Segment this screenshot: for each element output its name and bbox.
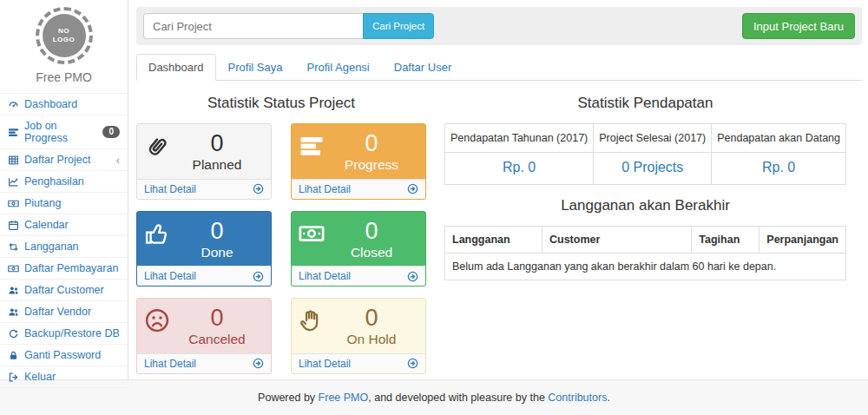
tab-profil-saya[interactable]: Profil Saya [216, 54, 295, 81]
lock-icon [8, 350, 19, 361]
lihat-detail-label[interactable]: Lihat Detail [144, 270, 196, 282]
arrow-circle-right-icon [253, 358, 264, 369]
closed-count: 0 [325, 218, 418, 245]
sidebar-item-label: Dashboard [24, 98, 77, 110]
paperclip-icon [144, 133, 170, 159]
sidebar-item-keluar[interactable]: Keluar [0, 366, 128, 388]
new-project-button[interactable]: Input Project Baru [742, 13, 855, 39]
page-footer: Powered by Free PMO, and developed with … [0, 379, 868, 415]
sidebar-item-daftar-vendor[interactable]: Daftar Vendor [0, 301, 128, 323]
sidebar-item-label: Langganan [24, 240, 79, 253]
canceled-label: Canceled [170, 332, 264, 348]
agency-logo: NO LOGO [36, 7, 93, 64]
app-name: Free PMO [0, 68, 128, 93]
search-button[interactable]: Cari Project [363, 13, 434, 39]
canceled-count: 0 [170, 305, 264, 332]
money-icon [299, 221, 325, 247]
status-section-title: Statistik Status Project [136, 95, 426, 112]
sidebar-item-penghasilan[interactable]: Penghasilan [0, 171, 128, 193]
sidebar-item-daftar-project[interactable]: Daftar Project ‹ [0, 149, 128, 171]
sidebar-item-label: Penghasilan [24, 175, 84, 188]
money-icon [8, 198, 19, 209]
search-input[interactable] [143, 13, 364, 39]
status-card-on-hold: 0 On Hold Lihat Detail [291, 298, 426, 374]
users-icon [8, 306, 19, 318]
line-chart-icon [8, 176, 19, 188]
income-col-header: Pendapatan akan Datang [712, 124, 846, 153]
contributors-link[interactable]: Contributors [548, 392, 607, 404]
sidebar-item-daftar-pembayaran[interactable]: Daftar Pembayaran [0, 258, 128, 280]
table-icon [8, 155, 19, 166]
tab-dashboard[interactable]: Dashboard [136, 54, 216, 81]
projects-done-value[interactable]: 0 Projects [621, 160, 683, 175]
arrow-circle-right-icon [407, 271, 418, 282]
progress-label: Progress [325, 157, 418, 174]
subscription-col-header: Langganan [445, 227, 542, 254]
tasks-icon [8, 127, 19, 138]
app-window: NO LOGO Free PMO Dashboard Job on Progre… [0, 0, 868, 379]
sidebar: NO LOGO Free PMO Dashboard Job on Progre… [0, 0, 128, 379]
on-hold-count: 0 [325, 305, 418, 332]
tab-profil-agensi[interactable]: Profil Agensi [294, 54, 381, 81]
users-icon [8, 285, 19, 296]
no-logo-badge: NO LOGO [43, 14, 86, 57]
sidebar-item-dashboard[interactable]: Dashboard [0, 94, 128, 115]
sidebar-item-daftar-customer[interactable]: Daftar Customer [0, 280, 128, 301]
lihat-detail-label[interactable]: Lihat Detail [299, 183, 351, 195]
closed-detail-link[interactable]: Lihat Detail [292, 266, 425, 286]
planned-label: Planned [170, 157, 264, 174]
subscription-col-header: Customer [542, 227, 692, 254]
subscription-col-header: Perpanjangan [760, 227, 846, 254]
sidebar-item-label: Piutang [24, 197, 61, 209]
dashboard-icon [8, 99, 19, 110]
done-count: 0 [170, 218, 264, 245]
sidebar-item-langganan[interactable]: Langganan [0, 236, 128, 258]
subscription-table: Langganan Customer Tagihan Perpanjangan … [444, 226, 846, 280]
arrow-circle-right-icon [407, 183, 418, 194]
calendar-icon [8, 220, 19, 231]
lihat-detail-label[interactable]: Lihat Detail [299, 270, 351, 282]
lihat-detail-label[interactable]: Lihat Detail [299, 358, 351, 370]
income-stats-table: Pendapatan Tahunan (2017) Project Selesa… [444, 123, 846, 185]
sidebar-item-label: Backup/Restore DB [24, 327, 120, 339]
on-hold-label: On Hold [325, 332, 418, 348]
arrow-circle-right-icon [253, 183, 264, 194]
sign-out-icon [8, 372, 19, 383]
tab-daftar-user[interactable]: Daftar User [382, 54, 464, 81]
sidebar-item-piutang[interactable]: Piutang [0, 193, 128, 214]
planned-detail-link[interactable]: Lihat Detail [137, 179, 271, 199]
income-col-header: Project Selesai (2017) [594, 124, 712, 153]
sidebar-item-label: Daftar Customer [24, 284, 104, 296]
income-section: Statistik Pendapatan Pendapatan Tahunan … [444, 82, 862, 374]
main-content: Cari Project Input Project Baru Dashboar… [128, 0, 868, 379]
progress-detail-link[interactable]: Lihat Detail [292, 179, 425, 199]
sidebar-item-ganti-password[interactable]: Ganti Password [0, 345, 128, 366]
done-label: Done [170, 245, 264, 261]
chevron-left-icon: ‹ [116, 155, 120, 166]
sidebar-item-calendar[interactable]: Calendar [0, 214, 128, 236]
sidebar-item-label: Ganti Password [24, 349, 101, 361]
income-col-header: Pendapatan Tahunan (2017) [445, 124, 594, 153]
footer-text: , and developed with pleasure by the [368, 392, 548, 404]
sidebar-item-label: Daftar Project [24, 154, 90, 166]
lihat-detail-label[interactable]: Lihat Detail [144, 183, 196, 195]
status-section: Statistik Status Project 0 Planned Lihat… [136, 82, 426, 374]
lihat-detail-label[interactable]: Lihat Detail [144, 358, 196, 370]
subscription-col-header: Tagihan [692, 227, 760, 254]
progress-count: 0 [325, 130, 418, 157]
done-detail-link[interactable]: Lihat Detail [137, 266, 271, 286]
footer-text: Powered by [258, 392, 318, 404]
canceled-detail-link[interactable]: Lihat Detail [137, 353, 271, 373]
closed-label: Closed [325, 245, 418, 261]
sidebar-menu: Dashboard Job on Progress 0 Daftar Proje… [0, 93, 128, 388]
status-card-closed: 0 Closed Lihat Detail [291, 211, 426, 287]
sidebar-item-backup-restore-db[interactable]: Backup/Restore DB [0, 323, 128, 345]
upcoming-income-value[interactable]: Rp. 0 [762, 160, 795, 175]
free-pmo-link[interactable]: Free PMO [319, 392, 369, 404]
tasks-icon [299, 133, 325, 159]
retweet-icon [8, 241, 19, 253]
on-hold-detail-link[interactable]: Lihat Detail [292, 353, 425, 373]
subscription-empty-message: Belum ada Langganan yang akan berakhir d… [445, 254, 846, 280]
yearly-income-value[interactable]: Rp. 0 [503, 160, 536, 175]
sidebar-item-job-on-progress[interactable]: Job on Progress 0 [0, 115, 128, 149]
